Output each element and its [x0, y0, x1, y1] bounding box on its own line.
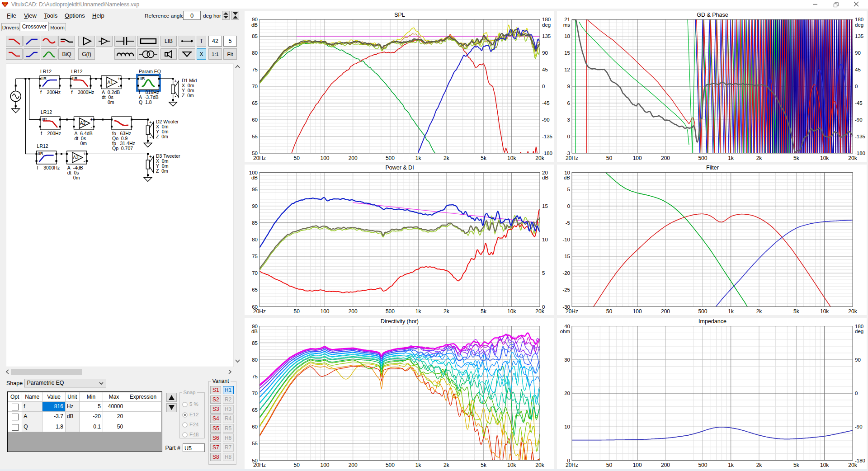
svg-text:500: 500 — [386, 462, 395, 468]
svg-text:20Hz: 20Hz — [566, 155, 578, 161]
svg-text:Z 0m: Z 0m — [156, 134, 168, 139]
svg-text:2k: 2k — [756, 155, 763, 161]
svg-text:0: 0 — [567, 203, 570, 209]
svg-text:70: 70 — [252, 84, 258, 89]
svg-text:-135: -135 — [855, 134, 865, 139]
svg-text:-: - — [118, 84, 119, 89]
svg-text:20Hz: 20Hz — [566, 462, 578, 468]
svg-text:LR12: LR12 — [37, 143, 48, 149]
svg-text:100: 100 — [320, 155, 329, 161]
svg-text:2k: 2k — [756, 308, 763, 315]
svg-text:50: 50 — [606, 308, 613, 315]
svg-text:100: 100 — [249, 170, 258, 175]
svg-text:deg: deg — [855, 329, 863, 334]
svg-text:90: 90 — [855, 50, 861, 56]
svg-text:dB: dB — [251, 22, 258, 28]
svg-text:2k: 2k — [443, 308, 450, 315]
svg-text:-: - — [150, 169, 151, 174]
svg-text:0m: 0m — [80, 141, 87, 146]
svg-text:55: 55 — [252, 134, 258, 139]
svg-text:SPL: SPL — [394, 12, 405, 18]
svg-text:ms: ms — [563, 22, 571, 28]
svg-text:75: 75 — [252, 374, 258, 379]
svg-text:500: 500 — [386, 155, 395, 161]
svg-text:6: 6 — [567, 100, 570, 106]
svg-text:15: 15 — [542, 203, 548, 209]
svg-text:50: 50 — [294, 462, 300, 468]
svg-text:90: 90 — [252, 324, 258, 329]
svg-text:1k: 1k — [415, 155, 422, 161]
svg-text:0: 0 — [855, 391, 858, 396]
svg-text:deg: deg — [855, 22, 863, 28]
svg-text:90: 90 — [252, 17, 258, 22]
svg-text:+: + — [90, 117, 93, 122]
svg-text:70: 70 — [252, 391, 258, 396]
svg-text:100: 100 — [320, 308, 329, 315]
svg-text:85: 85 — [252, 340, 258, 346]
svg-text:dB: dB — [251, 329, 258, 334]
svg-text:500: 500 — [386, 308, 395, 315]
svg-text:20Hz: 20Hz — [253, 462, 266, 468]
svg-text:dB: dB — [542, 175, 548, 180]
svg-text:21: 21 — [564, 17, 570, 22]
svg-text:1k: 1k — [728, 308, 734, 315]
svg-text:dB: dB — [251, 175, 258, 180]
svg-text:135: 135 — [855, 33, 863, 39]
svg-text:200: 200 — [349, 462, 358, 468]
svg-text:3: 3 — [567, 117, 570, 122]
svg-text:9: 9 — [567, 84, 570, 89]
svg-text:-15: -15 — [562, 254, 570, 259]
svg-text:180: 180 — [855, 17, 863, 22]
svg-text:135: 135 — [542, 33, 551, 39]
svg-text:100: 100 — [320, 462, 329, 468]
svg-text:60: 60 — [252, 117, 258, 122]
svg-text:100: 100 — [633, 308, 642, 315]
svg-text:65: 65 — [252, 100, 258, 106]
svg-text:500: 500 — [698, 462, 707, 468]
svg-text:95: 95 — [252, 187, 258, 192]
svg-text:10k: 10k — [820, 462, 829, 468]
svg-text:10k: 10k — [507, 462, 516, 468]
svg-text:f 3000Hz: f 3000Hz — [37, 165, 60, 170]
svg-text:80: 80 — [252, 237, 258, 242]
svg-text:-20: -20 — [562, 270, 570, 276]
svg-text:+: + — [102, 38, 104, 42]
svg-text:0: 0 — [542, 84, 545, 89]
svg-text:10k: 10k — [820, 155, 829, 161]
svg-text:20Hz: 20Hz — [566, 308, 578, 315]
svg-text:50: 50 — [294, 155, 300, 161]
svg-text:5: 5 — [567, 187, 570, 192]
svg-text:20k: 20k — [535, 462, 544, 468]
svg-text:50: 50 — [294, 308, 300, 315]
svg-text:deg: deg — [542, 22, 551, 28]
svg-text:80: 80 — [252, 357, 258, 363]
svg-text:Q 1.8: Q 1.8 — [139, 99, 152, 105]
svg-text:f 200Hz: f 200Hz — [40, 89, 61, 95]
svg-text:55: 55 — [252, 441, 258, 446]
svg-text:20Hz: 20Hz — [253, 155, 266, 161]
svg-text:A2: A2 — [80, 121, 86, 126]
svg-text:100: 100 — [633, 155, 642, 161]
svg-text:50: 50 — [606, 462, 613, 468]
svg-text:500: 500 — [698, 308, 707, 315]
svg-text:45: 45 — [855, 67, 861, 72]
svg-text:5k: 5k — [793, 462, 800, 468]
svg-text:Z 0m: Z 0m — [156, 168, 168, 174]
svg-text:85: 85 — [252, 33, 258, 39]
svg-text:200: 200 — [661, 462, 670, 468]
svg-text:20k: 20k — [535, 308, 544, 315]
svg-text:1k: 1k — [415, 308, 422, 315]
svg-text:65: 65 — [252, 407, 258, 413]
svg-text:-135: -135 — [542, 134, 552, 139]
svg-text:60: 60 — [252, 424, 258, 429]
svg-text:-: - — [84, 159, 85, 164]
svg-text:+: + — [149, 120, 152, 125]
svg-text:Filter: Filter — [706, 165, 719, 171]
svg-text:20: 20 — [542, 170, 548, 175]
svg-text:Impedance: Impedance — [698, 318, 726, 325]
svg-text:80: 80 — [252, 50, 258, 56]
svg-text:45: 45 — [542, 67, 548, 72]
svg-text:+: + — [118, 76, 120, 81]
svg-text:-90: -90 — [855, 424, 863, 429]
svg-text:20k: 20k — [848, 462, 857, 468]
